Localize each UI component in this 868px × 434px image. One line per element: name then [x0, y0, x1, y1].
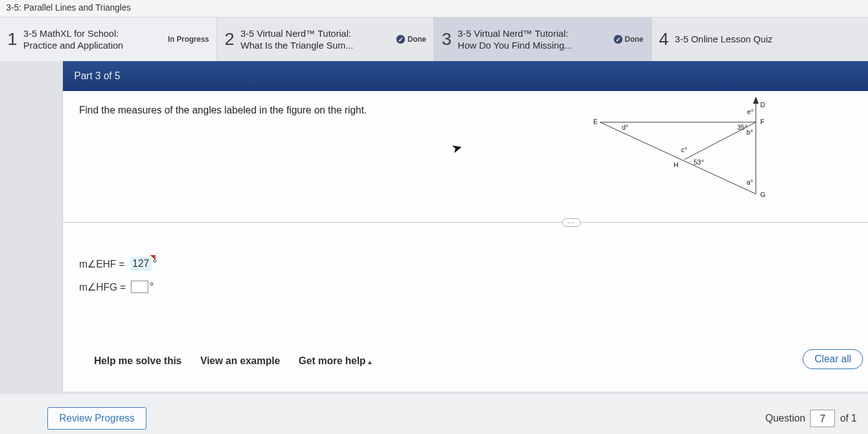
vertex-H: H	[674, 161, 679, 168]
question-label: Question	[765, 413, 805, 424]
answer-row-ehf: m∠EHF = 127 ◥ °	[79, 257, 852, 271]
triangle-figure: E F G H D d° 35° b° e° c° 53° a°	[588, 97, 781, 203]
tab-4[interactable]: 4 3-5 Online Lesson Quiz	[652, 17, 869, 61]
angle-c: c°	[681, 146, 687, 153]
part-label: Part 3 of 5	[74, 70, 120, 82]
tab-subtitle: How Do You Find Missing...	[458, 39, 608, 52]
question-zone: Find the measures of the angles labeled …	[63, 91, 868, 222]
tab-body: 3-5 Virtual Nerd™ Tutorial: How Do You F…	[458, 27, 608, 52]
breadcrumb: 3-5: Parallel Lines and Triangles	[6, 2, 131, 12]
tab-3[interactable]: 3 3-5 Virtual Nerd™ Tutorial: How Do You…	[434, 17, 652, 61]
vertex-F: F	[760, 118, 765, 125]
svg-line-1	[600, 122, 756, 194]
footer: Review Progress Question 7 of 1	[0, 394, 868, 434]
tab-title: 3-5 Virtual Nerd™ Tutorial:	[241, 27, 390, 40]
tab-subtitle: What Is the Triangle Sum...	[241, 39, 390, 52]
tab-2[interactable]: 2 3-5 Virtual Nerd™ Tutorial: What Is th…	[217, 17, 435, 61]
tab-number: 3	[442, 29, 452, 49]
clear-all-button[interactable]: Clear all	[803, 349, 863, 369]
tab-body: 3-5 MathXL for School: Practice and Appl…	[24, 27, 162, 52]
question-number: 7	[810, 410, 835, 427]
tab-number: 1	[7, 29, 17, 49]
angle-e: e°	[747, 108, 754, 115]
tab-status: In Progress	[168, 35, 209, 44]
caret-up-icon: ▴	[368, 359, 371, 365]
answers: m∠EHF = 127 ◥ ° m∠HFG = °	[63, 223, 868, 293]
angle-EHG: 53°	[694, 158, 704, 166]
tab-body: 3-5 Virtual Nerd™ Tutorial: What Is the …	[241, 27, 390, 52]
breadcrumb-strip: 3-5: Parallel Lines and Triangles	[0, 0, 868, 17]
tab-body: 3-5 Online Lesson Quiz	[675, 33, 861, 46]
degree-unit: °	[150, 281, 153, 292]
review-progress-button[interactable]: Review Progress	[47, 407, 146, 430]
vertex-G: G	[760, 191, 766, 198]
divider: •••	[63, 222, 868, 223]
tab-1[interactable]: 1 3-5 MathXL for School: Practice and Ap…	[0, 17, 217, 61]
help-row: Help me solve this View an example Get m…	[94, 355, 371, 367]
view-example[interactable]: View an example	[201, 355, 280, 367]
tab-number: 4	[659, 29, 669, 49]
check-icon: ✓	[396, 35, 405, 44]
angle-d: d°	[622, 123, 629, 131]
check-icon: ✓	[614, 35, 622, 44]
vertex-D: D	[760, 101, 765, 109]
svg-marker-5	[753, 97, 758, 104]
assignment-tabs: 1 3-5 MathXL for School: Practice and Ap…	[0, 17, 868, 61]
question-indicator: Question 7 of 1	[765, 410, 857, 427]
part-bar: Part 3 of 5	[63, 61, 868, 91]
get-more-help[interactable]: Get more help ▴	[298, 355, 371, 367]
divider-handle[interactable]: •••	[562, 218, 581, 227]
cursor-icon: ➤	[450, 139, 464, 157]
tab-status: ✓ Done	[614, 35, 644, 44]
answer-lhs: m∠HFG =	[79, 281, 126, 293]
flag-icon: ◥	[150, 253, 155, 261]
tab-title: 3-5 MathXL for School:	[24, 27, 162, 40]
tab-status: ✓ Done	[396, 35, 426, 44]
tab-title: 3-5 Online Lesson Quiz	[675, 33, 861, 46]
answer-lhs: m∠EHF =	[79, 258, 125, 270]
answer-row-hfg: m∠HFG = °	[79, 281, 852, 293]
help-me-solve[interactable]: Help me solve this	[94, 355, 182, 367]
tab-number: 2	[225, 29, 235, 49]
question-of: of 1	[840, 413, 857, 424]
tab-title: 3-5 Virtual Nerd™ Tutorial:	[458, 27, 608, 40]
vertex-E: E	[593, 118, 598, 125]
answer-input-hfg[interactable]	[131, 281, 148, 293]
previous-answer: 127 ◥	[130, 257, 152, 271]
angle-b: b°	[746, 128, 753, 136]
tab-subtitle: Practice and Application	[24, 39, 162, 52]
angle-a: a°	[746, 178, 753, 186]
content-area: Part 3 of 5 Find the measures of the ang…	[62, 61, 868, 392]
